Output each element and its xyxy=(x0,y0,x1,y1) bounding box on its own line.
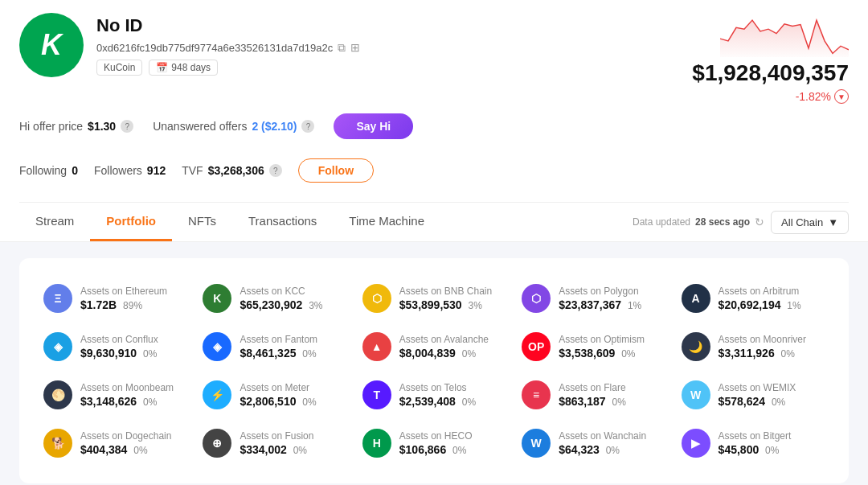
asset-chain-fantom: Assets on Fantom xyxy=(240,334,317,345)
asset-value-row-heco: $106,866 0% xyxy=(399,443,473,456)
wallet-address-text: 0xd6216fc19db775df9774a6e33526131da7d19a… xyxy=(96,42,333,54)
asset-item-moonriver[interactable]: 🌙 Assets on Moonriver $3,311,926 0% xyxy=(674,323,833,371)
asset-icon-optimism: OP xyxy=(522,332,551,361)
followers-count: 912 xyxy=(147,164,166,177)
unanswered-info-icon[interactable]: ? xyxy=(301,120,314,133)
asset-item-moonbeam[interactable]: 🌕 Assets on Moonbeam $3,148,626 0% xyxy=(35,371,194,419)
asset-item-conflux[interactable]: ◈ Assets on Conflux $9,630,910 0% xyxy=(35,323,194,371)
price-change: -1.82% ▼ xyxy=(796,89,849,104)
asset-value-moonbeam: $3,148,626 xyxy=(80,395,137,408)
asset-value-row-meter: $2,806,510 0% xyxy=(240,395,316,408)
asset-info-heco: Assets on HECO $106,866 0% xyxy=(399,430,473,456)
asset-info-polygon: Assets on Polygon $23,837,367 1% xyxy=(559,286,641,311)
asset-item-flare[interactable]: ≡ Assets on Flare $863,187 0% xyxy=(514,371,673,419)
asset-item-avalanche[interactable]: ▲ Assets on Avalanche $8,004,839 0% xyxy=(354,323,514,371)
asset-value-wemix: $578,624 xyxy=(719,395,765,408)
asset-item-telos[interactable]: T Assets on Telos $2,539,408 0% xyxy=(354,371,514,419)
asset-value-row-dogechain: $404,384 0% xyxy=(80,443,171,456)
price-chart xyxy=(720,13,849,57)
asset-value-fusion: $334,002 xyxy=(240,443,286,456)
svg-marker-0 xyxy=(720,20,849,57)
profile-section: K No ID 0xd6216fc19db775df9774a6e3352613… xyxy=(19,13,849,113)
asset-value-arbitrum: $20,692,194 xyxy=(719,298,781,311)
tab-stream[interactable]: Stream xyxy=(19,203,90,241)
tab-portfolio[interactable]: Portfolio xyxy=(90,203,172,241)
refresh-icon[interactable]: ↻ xyxy=(755,216,764,228)
qr-code-button[interactable]: ⊞ xyxy=(350,41,360,54)
asset-item-ethereum[interactable]: Ξ Assets on Ethereum $1.72B 89% xyxy=(35,274,194,323)
asset-item-polygon[interactable]: ⬡ Assets on Polygon $23,837,367 1% xyxy=(514,274,673,323)
asset-chain-meter: Assets on Meter xyxy=(240,382,316,393)
asset-icon-bnb: ⬡ xyxy=(362,284,391,313)
tabs-row: Stream Portfolio NFTs Transactions Time … xyxy=(19,202,849,241)
asset-value-row-polygon: $23,837,367 1% xyxy=(559,298,641,311)
asset-value-optimism: $3,538,609 xyxy=(559,347,615,360)
asset-value-polygon: $23,837,367 xyxy=(559,298,621,311)
asset-item-dogechain[interactable]: 🐕 Assets on Dogechain $404,384 0% xyxy=(35,419,194,467)
asset-value-moonriver: $3,311,926 xyxy=(719,347,775,360)
asset-value-row-ethereum: $1.72B 89% xyxy=(80,298,167,311)
asset-value-row-bitgert: $45,800 0% xyxy=(719,443,792,456)
following-count: 0 xyxy=(72,164,78,177)
asset-pct-conflux: 0% xyxy=(143,348,157,360)
tab-nfts[interactable]: NFTs xyxy=(172,203,232,241)
asset-icon-polygon: ⬡ xyxy=(522,284,551,313)
asset-icon-heco: H xyxy=(362,429,391,458)
asset-icon-conflux: ◈ xyxy=(43,332,72,361)
asset-info-moonbeam: Assets on Moonbeam $3,148,626 0% xyxy=(80,382,174,408)
days-tag: 📅 948 days xyxy=(149,60,218,76)
asset-item-optimism[interactable]: OP Assets on Optimism $3,538,609 0% xyxy=(514,323,673,371)
asset-info-fusion: Assets on Fusion $334,002 0% xyxy=(240,430,313,456)
follow-button[interactable]: Follow xyxy=(298,158,374,183)
asset-value-bitgert: $45,800 xyxy=(719,443,760,456)
asset-chain-bnb: Assets on BNB Chain xyxy=(399,286,492,297)
asset-chain-bitgert: Assets on Bitgert xyxy=(719,430,792,442)
asset-info-wemix: Assets on WEMIX $578,624 0% xyxy=(719,382,796,408)
asset-icon-ethereum: Ξ xyxy=(43,284,72,313)
say-hi-button[interactable]: Say Hi xyxy=(334,113,413,139)
asset-item-bitgert[interactable]: ▶ Assets on Bitgert $45,800 0% xyxy=(674,419,833,467)
chain-selector-label: All Chain xyxy=(781,216,823,228)
asset-icon-avalanche: ▲ xyxy=(362,332,391,361)
asset-item-arbitrum[interactable]: A Assets on Arbitrum $20,692,194 1% xyxy=(674,274,833,323)
asset-icon-fantom: ◈ xyxy=(203,332,231,361)
asset-chain-polygon: Assets on Polygon xyxy=(559,286,641,297)
asset-item-heco[interactable]: H Assets on HECO $106,866 0% xyxy=(354,419,514,467)
followers-label: Followers xyxy=(94,164,142,177)
asset-item-fantom[interactable]: ◈ Assets on Fantom $8,461,325 0% xyxy=(194,323,354,371)
tvf-value: $3,268,306 xyxy=(208,164,264,177)
asset-item-meter[interactable]: ⚡ Assets on Meter $2,806,510 0% xyxy=(194,371,354,419)
tab-transactions[interactable]: Transactions xyxy=(232,203,333,241)
asset-icon-wemix: W xyxy=(682,380,710,409)
tvf-info-icon[interactable]: ? xyxy=(269,164,282,177)
asset-item-kcc[interactable]: K Assets on KCC $65,230,902 3% xyxy=(194,274,354,323)
asset-value-dogechain: $404,384 xyxy=(80,443,127,456)
asset-value-row-wemix: $578,624 0% xyxy=(719,395,796,408)
asset-item-bnb[interactable]: ⬡ Assets on BNB Chain $53,899,530 3% xyxy=(354,274,514,323)
tvf-label: TVF xyxy=(182,164,203,177)
asset-value-row-bnb: $53,899,530 3% xyxy=(399,298,492,311)
following-stat: Following 0 xyxy=(19,164,78,177)
chain-selector[interactable]: All Chain ▼ xyxy=(771,211,849,234)
asset-pct-moonbeam: 0% xyxy=(143,397,157,408)
asset-icon-bitgert: ▶ xyxy=(682,429,710,458)
data-updated-time: 28 secs ago xyxy=(695,216,750,228)
hi-offer-info-icon[interactable]: ? xyxy=(121,120,133,133)
asset-item-wanchain[interactable]: W Assets on Wanchain $64,323 0% xyxy=(514,419,673,467)
copy-address-button[interactable]: ⧉ xyxy=(338,41,346,55)
asset-pct-arbitrum: 1% xyxy=(787,300,800,311)
asset-item-fusion[interactable]: ⊕ Assets on Fusion $334,002 0% xyxy=(194,419,354,467)
profile-tags: KuCoin 📅 948 days xyxy=(96,60,360,76)
asset-icon-wanchain: W xyxy=(522,429,551,458)
asset-item-wemix[interactable]: W Assets on WEMIX $578,624 0% xyxy=(674,371,833,419)
profile-left: K No ID 0xd6216fc19db775df9774a6e3352613… xyxy=(19,13,360,77)
wallet-address-row: 0xd6216fc19db775df9774a6e33526131da7d19a… xyxy=(96,41,360,55)
hi-offer-value: $1.30 xyxy=(88,120,116,133)
asset-info-kcc: Assets on KCC $65,230,902 3% xyxy=(240,286,322,311)
asset-pct-kcc: 3% xyxy=(309,300,322,311)
asset-info-moonriver: Assets on Moonriver $3,311,926 0% xyxy=(719,334,806,360)
asset-pct-bitgert: 0% xyxy=(765,445,779,456)
asset-chain-conflux: Assets on Conflux xyxy=(80,334,158,345)
asset-icon-dogechain: 🐕 xyxy=(43,429,72,458)
tab-time-machine[interactable]: Time Machine xyxy=(333,203,440,241)
